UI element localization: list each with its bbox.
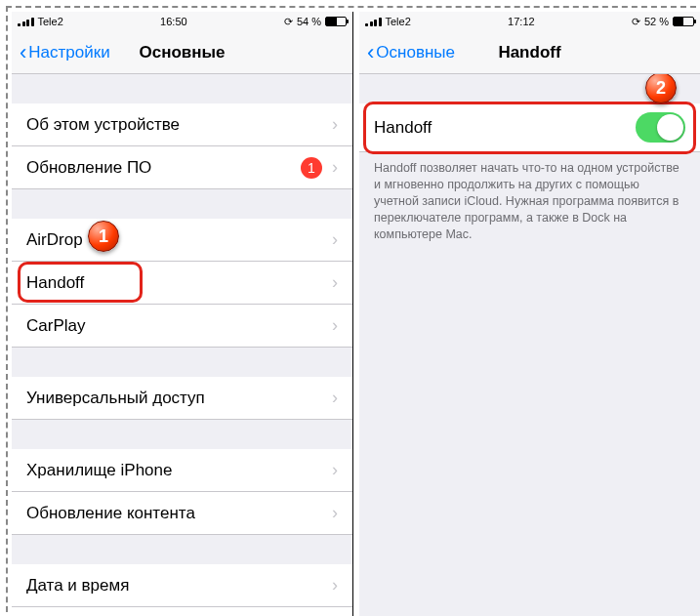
handoff-toggle[interactable] [636,112,685,143]
cell-storage[interactable]: Хранилище iPhone › [12,449,352,492]
handoff-settings: Handoff Handoff позволяет начать что-то … [359,74,700,616]
signal-icon [18,18,34,26]
chevron-right-icon: › [332,388,338,408]
battery-icon [325,17,347,26]
cell-label: Хранилище iPhone [26,461,332,480]
cell-label: Handoff [26,273,332,293]
cell-accessibility[interactable]: Универсальный доступ › [12,377,352,420]
chevron-right-icon: › [332,114,338,135]
cell-handoff-toggle[interactable]: Handoff [359,103,700,152]
cell-label: Обновление контента [26,504,332,523]
chevron-right-icon: › [332,272,338,293]
chevron-left-icon: ‹ [367,42,374,63]
carrier-label: Tele2 [38,16,63,27]
cell-label: Об этом устройстве [26,115,332,135]
signal-icon [365,18,382,26]
chevron-right-icon: › [332,575,338,595]
chevron-right-icon: › [332,229,338,250]
cell-carplay[interactable]: CarPlay › [12,305,352,348]
cell-label: Универсальный доступ [26,389,332,408]
cell-label: Handoff [374,118,636,138]
cell-about[interactable]: Об этом устройстве › [12,103,352,146]
back-button[interactable]: ‹ Основные [367,42,455,63]
cell-airdrop[interactable]: AirDrop › [12,219,352,262]
chevron-right-icon: › [332,315,338,336]
cell-date-time[interactable]: Дата и время › [12,564,352,607]
chevron-left-icon: ‹ [20,42,26,63]
handoff-description: Handoff позволяет начать что-то на одном… [359,152,700,250]
nav-bar: ‹ Основные Handoff [359,31,700,74]
rotation-lock-icon: ⟳ [284,16,293,28]
battery-icon [673,17,694,26]
phone-right: Tele2 17:12 ⟳ 52 % ‹ Основные Handoff Ha… [359,12,700,616]
status-time: 16:50 [160,16,187,27]
toggle-knob [657,114,683,141]
cell-background-refresh[interactable]: Обновление контента › [12,492,352,535]
status-bar: Tele2 16:50 ⟳ 54 % [12,12,352,31]
phone-left: Tele2 16:50 ⟳ 54 % ‹ Настройки Основные … [12,12,353,616]
chevron-right-icon: › [332,503,338,523]
cell-software-update[interactable]: Обновление ПО 1 › [12,146,352,189]
battery-pct: 54 % [297,16,321,27]
battery-pct: 52 % [644,16,669,27]
back-label: Настройки [28,43,109,62]
back-button[interactable]: ‹ Настройки [20,42,110,63]
cell-label: CarPlay [26,316,332,336]
cell-label: Обновление ПО [26,158,301,178]
chevron-right-icon: › [332,157,338,178]
cell-label: Дата и время [26,576,332,595]
settings-list: Об этом устройстве › Обновление ПО 1 › A… [12,74,352,616]
carrier-label: Tele2 [386,16,411,27]
cell-label: AirDrop [26,230,332,250]
rotation-lock-icon: ⟳ [632,16,640,28]
status-time: 17:12 [508,16,535,27]
update-badge: 1 [301,157,322,179]
tutorial-frame: Tele2 16:50 ⟳ 54 % ‹ Настройки Основные … [6,6,700,616]
status-bar: Tele2 17:12 ⟳ 52 % [359,12,700,31]
chevron-right-icon: › [332,460,338,480]
back-label: Основные [376,43,455,62]
step-marker-1: 1 [88,221,119,252]
cell-keyboard[interactable]: Клавиатура › [12,607,352,616]
cell-handoff[interactable]: Handoff › [12,262,352,305]
nav-bar: ‹ Настройки Основные [12,31,352,74]
